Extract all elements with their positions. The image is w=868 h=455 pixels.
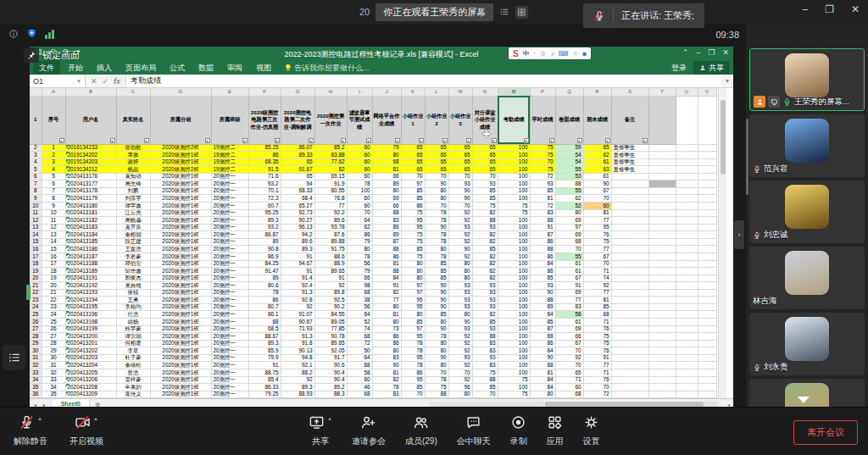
cell[interactable]: 92 <box>281 303 314 311</box>
cell[interactable]: 77.62 <box>314 158 347 166</box>
cell[interactable]: 88 <box>425 391 448 398</box>
cell[interactable]: 91 <box>314 275 347 282</box>
cell[interactable]: 89.3 <box>281 246 314 253</box>
caret-up-icon[interactable]: ▲ <box>93 416 98 421</box>
cell[interactable]: 黄佳义 <box>116 391 150 398</box>
filter-dropdown-icon[interactable]: ▾ <box>366 138 371 143</box>
row-header-4[interactable]: 4 <box>30 158 42 166</box>
cell[interactable]: 任浩 <box>116 311 150 319</box>
cell[interactable]: 93 <box>448 325 472 333</box>
cell[interactable]: 61 <box>555 319 583 326</box>
toolbar-item-apps[interactable]: 应用 <box>547 414 564 447</box>
filter-dropdown-icon[interactable]: ▾ <box>577 138 582 143</box>
cell[interactable]: 56 <box>347 260 372 268</box>
cell[interactable]: 93 <box>448 303 472 311</box>
cell[interactable]: 86 <box>372 224 401 231</box>
column-header-R[interactable]: R <box>583 88 611 96</box>
column-header-J[interactable]: J <box>372 88 401 96</box>
cell[interactable] <box>611 282 648 290</box>
cell[interactable]: 86 <box>530 340 555 347</box>
cell[interactable] <box>648 275 676 282</box>
cell[interactable]: 84 <box>530 260 555 268</box>
cell[interactable]: 72 <box>583 391 611 398</box>
cell[interactable]: 78 <box>425 238 448 246</box>
cell[interactable]: 88 <box>472 376 498 384</box>
cell[interactable]: 91.67 <box>281 166 314 174</box>
cell[interactable]: 71 <box>583 319 611 326</box>
cell[interactable]: 侯锐 <box>116 289 150 297</box>
cell[interactable]: 2 <box>42 152 65 159</box>
cell[interactable]: 69.15 <box>314 173 347 180</box>
cell[interactable]: 62 <box>583 152 611 159</box>
cell[interactable] <box>611 180 648 188</box>
cell[interactable]: 谭宗朝 <box>116 333 150 341</box>
cell[interactable]: 78 <box>401 347 425 355</box>
cell[interactable]: 2020413182 <box>65 217 116 225</box>
cell[interactable]: 20测控一 <box>211 282 248 290</box>
cell[interactable]: 20 <box>42 282 65 290</box>
cell[interactable]: 100 <box>498 217 530 225</box>
filter-dropdown-icon[interactable]: ▾ <box>144 138 149 143</box>
cell[interactable]: 65 <box>281 173 314 180</box>
cell[interactable]: 80 <box>425 246 448 253</box>
cell[interactable]: 89 <box>530 303 555 311</box>
cell[interactable]: 35 <box>42 391 65 398</box>
cell[interactable]: 2020413204 <box>65 362 116 369</box>
cell[interactable]: 81 <box>372 311 401 319</box>
row-header-33[interactable]: 33 <box>30 369 42 376</box>
cell[interactable]: 12 <box>42 224 65 231</box>
field-header[interactable]: 期末成绩▾ <box>583 96 611 144</box>
filter-dropdown-icon[interactable]: ▾ <box>110 138 115 143</box>
cell[interactable]: 92 <box>448 231 472 239</box>
toolbar-item-share[interactable]: ▲共享 <box>309 414 332 447</box>
cell[interactable]: 80 <box>425 187 448 195</box>
cell[interactable]: 91 <box>248 362 281 369</box>
cell[interactable]: 27 <box>42 333 65 341</box>
cell[interactable]: 87 <box>372 238 401 246</box>
cell[interactable]: 2020413178 <box>65 187 116 195</box>
cell[interactable]: 覃衡 <box>116 152 150 159</box>
cell[interactable]: 90 <box>448 195 472 203</box>
column-header-V[interactable]: V <box>698 88 716 96</box>
cell[interactable]: 2020级测控1班 <box>150 289 211 297</box>
cell[interactable]: 61 <box>583 173 611 180</box>
filter-dropdown-icon[interactable]: ▾ <box>341 138 346 143</box>
cell[interactable]: 58 <box>555 311 583 319</box>
cell[interactable]: 78 <box>425 376 448 384</box>
cell[interactable]: 75 <box>498 376 530 384</box>
cell[interactable]: 88 <box>472 217 498 225</box>
cell[interactable]: 89.05 <box>314 319 347 326</box>
cell[interactable] <box>648 195 676 203</box>
cell[interactable]: 92 <box>583 282 611 290</box>
row-header-6[interactable]: 6 <box>30 173 42 180</box>
cell[interactable]: 100 <box>498 354 530 362</box>
cell[interactable]: 38 <box>347 297 372 304</box>
cell[interactable]: 95 <box>583 224 611 231</box>
cell[interactable]: 20测控一 <box>211 384 248 391</box>
cell[interactable]: 2020级测控1班 <box>150 238 211 246</box>
cell[interactable]: 90.27 <box>281 217 314 225</box>
column-header-L[interactable]: L <box>425 88 448 96</box>
field-header[interactable]: 平时成绩▾ <box>530 96 555 144</box>
cell[interactable]: 2020413180 <box>65 203 116 210</box>
cell[interactable]: 2020413200 <box>65 333 116 341</box>
column-header-G[interactable]: G <box>281 88 314 96</box>
cell[interactable]: 2020级测控1班 <box>150 347 211 355</box>
cell[interactable]: 20测控一 <box>211 217 248 225</box>
cell[interactable]: 20测控一 <box>211 238 248 246</box>
cell[interactable]: 65 <box>401 166 425 174</box>
cell[interactable]: 2020413201 <box>65 340 116 347</box>
cell[interactable]: 85 <box>425 311 448 319</box>
cell[interactable]: 2020413181 <box>65 209 116 217</box>
cell[interactable]: 93 <box>448 224 472 231</box>
cell[interactable]: 61 <box>555 268 583 275</box>
cell[interactable]: 88 <box>372 268 401 275</box>
cell[interactable]: 86 <box>530 252 555 260</box>
cell[interactable]: 55 <box>555 187 583 195</box>
cell[interactable]: 82 <box>472 252 498 260</box>
cell[interactable]: 56 <box>347 303 372 311</box>
cell[interactable]: 80 <box>372 347 401 355</box>
cell[interactable]: 11 <box>42 217 65 225</box>
cell[interactable] <box>611 362 648 369</box>
cell[interactable] <box>648 282 676 290</box>
